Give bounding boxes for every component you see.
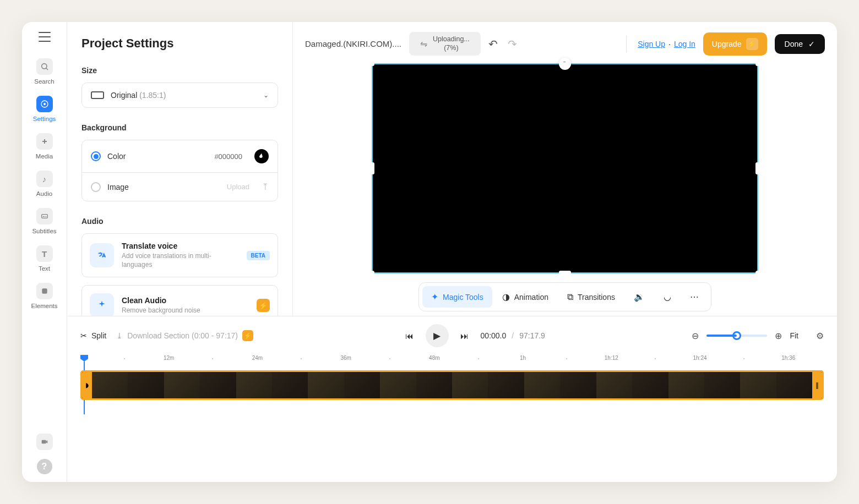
chevron-down-icon: ⌄ — [263, 91, 269, 99]
translate-desc: Add voice translations in multi-language… — [122, 251, 239, 269]
elements-icon — [36, 283, 53, 299]
clean-audio-card[interactable]: Clean Audio Remove background noise ⚡ — [81, 285, 278, 316]
resize-handle[interactable] — [755, 271, 759, 275]
ruler-tick: 48m — [429, 355, 439, 361]
audio-label: Audio — [81, 217, 278, 226]
translate-voice-card[interactable]: Translate voice Add voice translations i… — [81, 233, 278, 277]
color-radio[interactable] — [91, 151, 101, 161]
nav-label: Search — [34, 78, 54, 85]
timeline-toolbar: ✂Split ⤓Download Section (0:00 - 97:17)⚡… — [67, 316, 837, 355]
signup-link[interactable]: Sign Up — [638, 40, 665, 48]
resize-handle[interactable] — [371, 271, 374, 275]
upgrade-button[interactable]: Upgrade⚡ — [703, 32, 767, 56]
record-icon[interactable] — [36, 434, 53, 450]
nav-subtitles[interactable]: Subtitles — [22, 204, 67, 239]
zoom-out-button[interactable]: ⊖ — [692, 331, 699, 341]
size-value: Original — [111, 91, 137, 100]
download-section-button[interactable]: ⤓Download Section (0:00 - 97:17)⚡ — [116, 330, 253, 341]
done-button[interactable]: Done✓ — [775, 34, 825, 54]
bolt-icon: ⚡ — [746, 38, 758, 50]
ruler-tick: 12m — [164, 355, 174, 361]
resize-handle[interactable] — [559, 271, 571, 275]
panel-title: Project Settings — [81, 36, 278, 51]
transitions-button[interactable]: ⧉Transitions — [558, 287, 624, 308]
fit-button[interactable]: Fit — [790, 331, 798, 340]
skip-forward-button[interactable]: ⏭ — [455, 326, 474, 345]
sparkle-icon: ✦ — [431, 292, 438, 302]
zoom-thumb[interactable] — [732, 331, 741, 340]
nav-label: Elements — [31, 303, 58, 309]
resize-handle[interactable] — [559, 62, 571, 66]
nav-label: Media — [36, 153, 53, 160]
zoom-slider[interactable] — [706, 335, 767, 337]
background-image-row[interactable]: Image Upload ⤒ — [82, 172, 278, 201]
size-select[interactable]: Original (1.85:1) ⌄ — [81, 83, 278, 108]
upload-icon: ⤒ — [262, 182, 269, 192]
background-color-row[interactable]: Color #000000 — [82, 140, 278, 172]
nav-audio[interactable]: ♪Audio — [22, 166, 67, 201]
video-preview[interactable]: ⟳ — [372, 63, 758, 273]
subtitles-icon — [36, 208, 53, 224]
volume-button[interactable]: 🔉 — [625, 286, 654, 308]
magic-tools-button[interactable]: ✦Magic Tools — [422, 286, 492, 308]
help-icon[interactable]: ? — [37, 459, 52, 474]
upload-status: Uploading... — [433, 35, 470, 44]
scissors-icon: ✂ — [80, 331, 87, 340]
ruler-tick: 1h:36 — [781, 355, 795, 361]
speed-button[interactable]: ◡ — [655, 286, 680, 308]
video-clip[interactable]: ◗ ‖ — [80, 370, 824, 400]
color-picker-button[interactable] — [254, 149, 269, 163]
resize-handle[interactable] — [755, 62, 759, 66]
animation-button[interactable]: ◑Animation — [493, 286, 557, 308]
nav-label: Text — [39, 265, 50, 272]
text-icon: T — [36, 245, 53, 262]
settings-panel: Project Settings Size Original (1.85:1) … — [67, 22, 293, 316]
nav-media[interactable]: Media — [22, 129, 67, 164]
clip-handle-left[interactable]: ◗ — [82, 372, 92, 398]
resize-handle[interactable] — [371, 162, 374, 174]
upload-status-chip: ⇋ Uploading...(7%) — [409, 32, 481, 56]
image-label: Image — [107, 183, 220, 191]
ruler-tick: 36m — [340, 355, 351, 361]
resize-handle[interactable] — [755, 162, 759, 174]
timeline-settings-button[interactable]: ⚙ — [816, 331, 824, 341]
zoom-in-button[interactable]: ⊕ — [775, 331, 782, 341]
aspect-icon — [91, 91, 104, 99]
skip-back-button[interactable]: ⏮ — [400, 326, 419, 345]
timeline-ruler[interactable]: 12m24m36m48m1h1h:121h:241h:36 — [67, 355, 837, 367]
current-time: 00:00.0 — [481, 331, 507, 340]
check-icon: ✓ — [808, 40, 815, 48]
color-label: Color — [107, 152, 208, 161]
project-name[interactable]: Damaged.(NKIRI.COM).... — [305, 39, 401, 48]
svg-rect-7 — [42, 216, 44, 217]
clip-thumbnails — [92, 372, 812, 398]
translate-icon — [90, 243, 114, 267]
clip-handle-right[interactable]: ‖ — [812, 372, 822, 398]
translate-title: Translate voice — [122, 242, 239, 250]
volume-icon: 🔉 — [634, 292, 645, 302]
play-button[interactable]: ▶ — [426, 324, 449, 347]
nav-search[interactable]: Search — [22, 54, 67, 89]
login-link[interactable]: Log In — [674, 40, 695, 48]
size-label: Size — [81, 66, 278, 75]
nav-elements[interactable]: Elements — [22, 278, 67, 314]
music-note-icon: ♪ — [36, 171, 53, 187]
svg-rect-8 — [45, 216, 46, 217]
svg-rect-9 — [42, 288, 47, 293]
undo-button[interactable]: ↶ — [488, 37, 498, 51]
nav-settings[interactable]: Settings — [22, 91, 67, 127]
more-button[interactable]: ⋯ — [681, 286, 708, 308]
nav-text[interactable]: TText — [22, 241, 67, 276]
color-hex: #000000 — [214, 152, 242, 161]
redo-button[interactable]: ↷ — [508, 37, 517, 51]
resize-handle[interactable] — [371, 62, 374, 66]
split-button[interactable]: ✂Split — [80, 331, 106, 340]
upload-label: Upload — [227, 183, 249, 191]
menu-icon[interactable] — [39, 32, 51, 42]
timeline-track[interactable]: ◗ ‖ — [67, 367, 837, 410]
topbar: Damaged.(NKIRI.COM).... ⇋ Uploading...(7… — [305, 32, 825, 56]
divider — [626, 36, 627, 52]
plus-icon — [36, 133, 53, 150]
background-label: Background — [81, 123, 278, 132]
image-radio[interactable] — [91, 182, 101, 192]
